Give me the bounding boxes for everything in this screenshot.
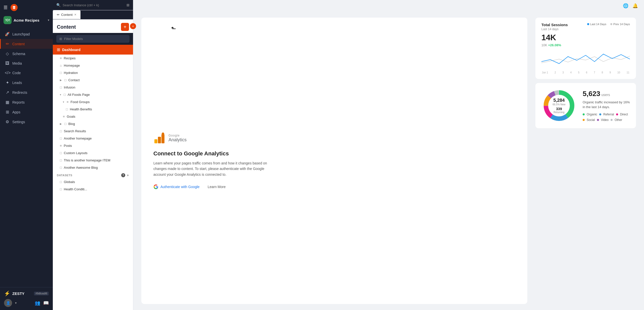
dashboard-item[interactable]: ⊞ Dashboard bbox=[53, 45, 133, 55]
direct-label: Direct bbox=[620, 113, 628, 116]
donut-chart: 5,284 66.5% New 339 Returning bbox=[541, 88, 577, 123]
item-label: Health Benefits bbox=[70, 107, 92, 111]
health-conditions-icon: □ bbox=[60, 187, 62, 191]
list-item-hydration[interactable]: □ Hydration bbox=[53, 69, 133, 76]
add-user-icon[interactable]: 👥 bbox=[35, 300, 40, 306]
dashboard-label: Dashboard bbox=[62, 48, 80, 52]
book-icon[interactable]: 📖 bbox=[43, 300, 49, 306]
content-tab-bar: ✏ Content ✕ bbox=[53, 10, 133, 19]
sidebar-item-label: Reports bbox=[12, 100, 25, 104]
sidebar-item-content[interactable]: ✏ Content bbox=[0, 39, 53, 49]
list-item-all-foods[interactable]: ▾ □ All Foods Page bbox=[53, 91, 133, 98]
sidebar-item-code[interactable]: </> Code bbox=[0, 68, 53, 78]
ga-title: Connect to Google Analytics bbox=[153, 150, 229, 157]
list-item-health-benefits[interactable]: □ Health Benefits bbox=[53, 106, 133, 113]
referral-dot bbox=[599, 113, 601, 115]
recipes-icon: ≡ bbox=[60, 56, 62, 60]
filter-models-input[interactable]: ⊞ Filter Models bbox=[56, 35, 130, 43]
legend-organic: Organic bbox=[583, 113, 597, 116]
sidebar-footer: ⚡ ZESTY #9dfcea96 👤 ▾ 👥 📖 bbox=[0, 287, 53, 310]
goals-icon: ≡ bbox=[63, 115, 65, 118]
list-item-food-groups[interactable]: ▾ ≡ Food Groups bbox=[53, 98, 133, 106]
item-label: Another homepage bbox=[64, 137, 92, 140]
collapse-panel-button[interactable]: « bbox=[130, 23, 136, 29]
sidebar-item-settings[interactable]: ⚙ Settings bbox=[0, 117, 53, 127]
sidebar-item-label: Launchpad bbox=[12, 32, 30, 36]
tab-label: Content bbox=[61, 13, 73, 17]
other-dot bbox=[611, 119, 613, 121]
item-label: Contact bbox=[68, 78, 80, 82]
list-item-infusion[interactable]: □ Infusion bbox=[53, 84, 133, 91]
list-item-another-homepage[interactable]: □ Another homepage bbox=[53, 135, 133, 142]
donut-center: 5,284 66.5% New 339 Returning bbox=[552, 98, 565, 114]
item-label: Homepage bbox=[64, 64, 80, 67]
sessions-baseline: 10K bbox=[541, 43, 547, 47]
authenticate-google-button[interactable]: Authenticate with Google bbox=[153, 184, 200, 189]
hamburger-icon[interactable]: ☰ bbox=[4, 5, 8, 10]
user-avatar[interactable]: 👤 bbox=[4, 299, 12, 307]
contact-icon: □ bbox=[64, 78, 66, 82]
sidebar-item-label: Apps bbox=[12, 110, 20, 114]
list-item-globals[interactable]: □ Globals bbox=[53, 178, 133, 186]
leads-icon: ✦ bbox=[5, 80, 10, 85]
list-item-blog[interactable]: ▶ □ Blog bbox=[53, 120, 133, 127]
sidebar-item-reports[interactable]: ▦ Reports bbox=[0, 97, 53, 107]
item-label: Another Awesome Blog bbox=[64, 166, 98, 169]
list-item-contact[interactable]: ▶ □ Contact bbox=[53, 76, 133, 84]
legend-video: Video bbox=[597, 118, 609, 122]
sidebar-item-label: Redirects bbox=[12, 91, 27, 95]
main-body: ⬑ Google Analytics Connect to Google Ana… bbox=[133, 12, 644, 310]
sidebar-item-label: Leads bbox=[12, 81, 22, 85]
sidebar-item-label: Code bbox=[12, 71, 21, 75]
list-item-custom-layouts[interactable]: □ Custom Layouts bbox=[53, 149, 133, 157]
sidebar-item-apps[interactable]: ⊞ Apps bbox=[0, 107, 53, 117]
social-label: Social bbox=[587, 118, 595, 122]
sessions-header: Total Sessions Last 14 days Last 14 Days… bbox=[541, 23, 630, 31]
ga-bars-icon bbox=[153, 132, 165, 144]
list-item-health-conditions[interactable]: □ Health Conditi... bbox=[53, 186, 133, 193]
content-icon: ✏ bbox=[5, 41, 10, 46]
brand-row[interactable]: 🍽 Acme Recipes ▾ bbox=[0, 15, 53, 27]
datasets-info-icon[interactable]: ? bbox=[121, 173, 125, 177]
globe-icon[interactable]: 🌐 bbox=[623, 3, 628, 9]
social-dot bbox=[583, 119, 585, 121]
add-content-button[interactable]: + bbox=[121, 23, 129, 31]
food-groups-chevron-icon: ▾ bbox=[63, 101, 64, 103]
hydration-icon: □ bbox=[60, 71, 62, 75]
content-tab[interactable]: ✏ Content ✕ bbox=[53, 10, 80, 19]
another-homepage-item-icon: □ bbox=[60, 158, 62, 162]
schema-icon: ◇ bbox=[5, 51, 10, 56]
sidebar-item-media[interactable]: 🖼 Media bbox=[0, 59, 53, 68]
organic-dot bbox=[583, 113, 585, 115]
list-item-goals[interactable]: ≡ Goals bbox=[53, 113, 133, 120]
content-panel: 🔍 ⊞ ✏ Content ✕ Content + « ⊞ Filter Mod… bbox=[53, 0, 133, 310]
list-item-another-awesome-blog[interactable]: □ Another Awesome Blog bbox=[53, 164, 133, 171]
stats-panel: Total Sessions Last 14 days Last 14 Days… bbox=[535, 18, 636, 304]
organic-label: Organic bbox=[587, 113, 597, 116]
user-chevron-icon[interactable]: ▾ bbox=[15, 301, 17, 305]
filter-options-icon[interactable]: ⊞ bbox=[126, 3, 130, 7]
datasets-add-icon[interactable]: + bbox=[127, 173, 129, 177]
google-g-icon bbox=[153, 184, 158, 189]
sidebar: ☰ 🍽 Acme Recipes ▾ 🚀 Launchpad ✏ Content… bbox=[0, 0, 53, 310]
video-dot bbox=[597, 119, 599, 121]
sidebar-item-schema[interactable]: ◇ Schema bbox=[0, 49, 53, 59]
item-label: Hydration bbox=[64, 71, 78, 75]
homepage-icon: ⌂ bbox=[60, 64, 62, 67]
bell-icon[interactable]: 🔔 bbox=[632, 3, 638, 9]
list-item-posts[interactable]: ≡ Posts bbox=[53, 142, 133, 149]
list-item-search-results[interactable]: □ Search Results bbox=[53, 127, 133, 135]
list-item-recipes[interactable]: ≡ Recipes bbox=[53, 55, 133, 62]
sidebar-item-redirects[interactable]: ↗ Redirects bbox=[0, 87, 53, 97]
learn-more-link[interactable]: Learn More bbox=[208, 185, 226, 189]
users-legend: Organic Referral Direct Social bbox=[583, 113, 630, 122]
list-item-homepage[interactable]: ⌂ Homepage bbox=[53, 62, 133, 69]
sidebar-item-leads[interactable]: ✦ Leads bbox=[0, 78, 53, 87]
filter-models-bar: ⊞ Filter Models bbox=[53, 33, 133, 45]
tab-close-icon[interactable]: ✕ bbox=[74, 13, 76, 16]
item-label: All Foods Page bbox=[68, 93, 90, 97]
other-label: Other bbox=[615, 118, 622, 122]
sidebar-item-launchpad[interactable]: 🚀 Launchpad bbox=[0, 29, 53, 39]
list-item-another-homepage-item[interactable]: □ This is another homepage ITEM bbox=[53, 157, 133, 164]
search-input[interactable] bbox=[63, 3, 124, 7]
